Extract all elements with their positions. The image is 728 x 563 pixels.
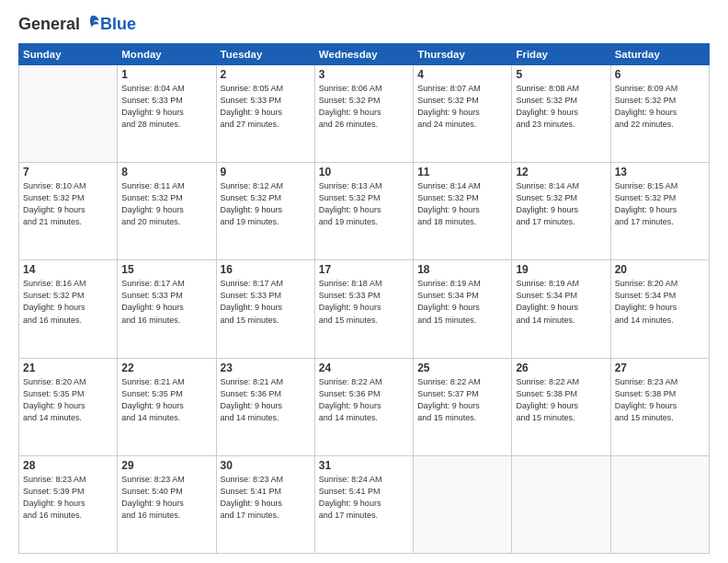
- day-info: Sunrise: 8:19 AM Sunset: 5:34 PM Dayligh…: [516, 278, 606, 326]
- day-info: Sunrise: 8:15 AM Sunset: 5:32 PM Dayligh…: [615, 180, 705, 228]
- calendar-cell: 16Sunrise: 8:17 AM Sunset: 5:33 PM Dayli…: [216, 260, 314, 358]
- day-info: Sunrise: 8:07 AM Sunset: 5:32 PM Dayligh…: [417, 83, 507, 131]
- calendar-cell: 22Sunrise: 8:21 AM Sunset: 5:35 PM Dayli…: [118, 358, 216, 455]
- calendar-cell: 8Sunrise: 8:11 AM Sunset: 5:32 PM Daylig…: [118, 163, 216, 260]
- day-info: Sunrise: 8:19 AM Sunset: 5:34 PM Dayligh…: [417, 278, 507, 326]
- calendar-cell: [610, 455, 709, 553]
- logo: General Blue: [18, 15, 136, 34]
- calendar-week-2: 7Sunrise: 8:10 AM Sunset: 5:32 PM Daylig…: [19, 163, 710, 260]
- day-info: Sunrise: 8:21 AM Sunset: 5:35 PM Dayligh…: [121, 376, 211, 424]
- calendar-cell: 26Sunrise: 8:22 AM Sunset: 5:38 PM Dayli…: [512, 358, 610, 455]
- calendar-cell: 2Sunrise: 8:05 AM Sunset: 5:33 PM Daylig…: [216, 65, 314, 163]
- day-number: 14: [23, 263, 113, 276]
- day-info: Sunrise: 8:16 AM Sunset: 5:32 PM Dayligh…: [23, 278, 113, 326]
- calendar-cell: 24Sunrise: 8:22 AM Sunset: 5:36 PM Dayli…: [314, 358, 413, 455]
- calendar-cell: 25Sunrise: 8:22 AM Sunset: 5:37 PM Dayli…: [414, 358, 512, 455]
- calendar-cell: 20Sunrise: 8:20 AM Sunset: 5:34 PM Dayli…: [610, 260, 709, 358]
- day-info: Sunrise: 8:23 AM Sunset: 5:39 PM Dayligh…: [23, 474, 113, 522]
- day-number: 31: [319, 459, 409, 472]
- day-number: 22: [121, 362, 211, 374]
- day-info: Sunrise: 8:11 AM Sunset: 5:32 PM Dayligh…: [121, 180, 211, 228]
- day-info: Sunrise: 8:14 AM Sunset: 5:32 PM Dayligh…: [417, 180, 507, 228]
- day-number: 23: [221, 362, 311, 374]
- day-info: Sunrise: 8:23 AM Sunset: 5:38 PM Dayligh…: [615, 376, 705, 424]
- day-number: 21: [23, 362, 113, 374]
- calendar-cell: 6Sunrise: 8:09 AM Sunset: 5:32 PM Daylig…: [610, 65, 709, 163]
- weekday-header-friday: Friday: [512, 44, 610, 65]
- day-info: Sunrise: 8:09 AM Sunset: 5:32 PM Dayligh…: [615, 83, 705, 131]
- day-number: 19: [516, 263, 606, 276]
- day-info: Sunrise: 8:04 AM Sunset: 5:33 PM Dayligh…: [121, 83, 211, 131]
- calendar-cell: 14Sunrise: 8:16 AM Sunset: 5:32 PM Dayli…: [19, 260, 118, 358]
- day-number: 24: [319, 362, 409, 374]
- page: General Blue SundayMondayTuesdayWednesda…: [0, 0, 728, 563]
- calendar-cell: 5Sunrise: 8:08 AM Sunset: 5:32 PM Daylig…: [512, 65, 610, 163]
- calendar-week-3: 14Sunrise: 8:16 AM Sunset: 5:32 PM Dayli…: [19, 260, 710, 358]
- calendar-week-4: 21Sunrise: 8:20 AM Sunset: 5:35 PM Dayli…: [19, 358, 710, 455]
- day-number: 12: [516, 166, 606, 178]
- logo-general-text: General: [18, 15, 80, 34]
- day-number: 28: [23, 459, 113, 472]
- calendar-cell: 3Sunrise: 8:06 AM Sunset: 5:32 PM Daylig…: [314, 65, 413, 163]
- calendar-table: SundayMondayTuesdayWednesdayThursdayFrid…: [18, 43, 710, 554]
- calendar-cell: 10Sunrise: 8:13 AM Sunset: 5:32 PM Dayli…: [314, 163, 413, 260]
- calendar-cell: 13Sunrise: 8:15 AM Sunset: 5:32 PM Dayli…: [610, 163, 709, 260]
- day-info: Sunrise: 8:24 AM Sunset: 5:41 PM Dayligh…: [319, 474, 409, 522]
- calendar-cell: [19, 65, 118, 163]
- day-number: 4: [417, 68, 507, 81]
- day-info: Sunrise: 8:08 AM Sunset: 5:32 PM Dayligh…: [516, 83, 606, 131]
- calendar-cell: 23Sunrise: 8:21 AM Sunset: 5:36 PM Dayli…: [216, 358, 314, 455]
- day-info: Sunrise: 8:14 AM Sunset: 5:32 PM Dayligh…: [516, 180, 606, 228]
- day-info: Sunrise: 8:22 AM Sunset: 5:37 PM Dayligh…: [417, 376, 507, 424]
- calendar-cell: 11Sunrise: 8:14 AM Sunset: 5:32 PM Dayli…: [414, 163, 512, 260]
- weekday-header-sunday: Sunday: [19, 44, 118, 65]
- calendar-cell: 31Sunrise: 8:24 AM Sunset: 5:41 PM Dayli…: [314, 455, 413, 553]
- day-number: 8: [121, 166, 211, 178]
- weekday-header-saturday: Saturday: [610, 44, 709, 65]
- day-number: 17: [319, 263, 409, 276]
- day-info: Sunrise: 8:06 AM Sunset: 5:32 PM Dayligh…: [319, 83, 409, 131]
- day-number: 7: [23, 166, 113, 178]
- day-info: Sunrise: 8:22 AM Sunset: 5:36 PM Dayligh…: [319, 376, 409, 424]
- day-number: 1: [121, 68, 211, 81]
- weekday-header-tuesday: Tuesday: [216, 44, 314, 65]
- day-number: 6: [615, 68, 705, 81]
- day-info: Sunrise: 8:17 AM Sunset: 5:33 PM Dayligh…: [221, 278, 311, 326]
- day-info: Sunrise: 8:23 AM Sunset: 5:40 PM Dayligh…: [121, 474, 211, 522]
- day-info: Sunrise: 8:18 AM Sunset: 5:33 PM Dayligh…: [319, 278, 409, 326]
- day-info: Sunrise: 8:20 AM Sunset: 5:35 PM Dayligh…: [23, 376, 113, 424]
- day-info: Sunrise: 8:05 AM Sunset: 5:33 PM Dayligh…: [221, 83, 311, 131]
- day-info: Sunrise: 8:21 AM Sunset: 5:36 PM Dayligh…: [221, 376, 311, 424]
- day-info: Sunrise: 8:20 AM Sunset: 5:34 PM Dayligh…: [615, 278, 705, 326]
- calendar-cell: 28Sunrise: 8:23 AM Sunset: 5:39 PM Dayli…: [19, 455, 118, 553]
- day-number: 2: [221, 68, 311, 81]
- day-number: 29: [121, 459, 211, 472]
- calendar-cell: 4Sunrise: 8:07 AM Sunset: 5:32 PM Daylig…: [414, 65, 512, 163]
- day-number: 15: [121, 263, 211, 276]
- calendar-cell: 18Sunrise: 8:19 AM Sunset: 5:34 PM Dayli…: [414, 260, 512, 358]
- day-number: 20: [615, 263, 705, 276]
- calendar-cell: 9Sunrise: 8:12 AM Sunset: 5:32 PM Daylig…: [216, 163, 314, 260]
- logo-bird-icon: [82, 14, 100, 32]
- calendar-cell: 21Sunrise: 8:20 AM Sunset: 5:35 PM Dayli…: [19, 358, 118, 455]
- weekday-header-monday: Monday: [118, 44, 216, 65]
- day-number: 9: [221, 166, 311, 178]
- calendar-cell: 17Sunrise: 8:18 AM Sunset: 5:33 PM Dayli…: [314, 260, 413, 358]
- calendar-cell: 27Sunrise: 8:23 AM Sunset: 5:38 PM Dayli…: [610, 358, 709, 455]
- calendar-cell: 19Sunrise: 8:19 AM Sunset: 5:34 PM Dayli…: [512, 260, 610, 358]
- day-number: 25: [417, 362, 507, 374]
- calendar-cell: [512, 455, 610, 553]
- calendar-cell: 7Sunrise: 8:10 AM Sunset: 5:32 PM Daylig…: [19, 163, 118, 260]
- weekday-header-wednesday: Wednesday: [314, 44, 413, 65]
- day-number: 26: [516, 362, 606, 374]
- day-number: 3: [319, 68, 409, 81]
- logo-blue-text: Blue: [100, 15, 136, 34]
- calendar-cell: 30Sunrise: 8:23 AM Sunset: 5:41 PM Dayli…: [216, 455, 314, 553]
- calendar-cell: [414, 455, 512, 553]
- day-number: 10: [319, 166, 409, 178]
- day-info: Sunrise: 8:17 AM Sunset: 5:33 PM Dayligh…: [121, 278, 211, 326]
- day-number: 16: [221, 263, 311, 276]
- calendar-cell: 29Sunrise: 8:23 AM Sunset: 5:40 PM Dayli…: [118, 455, 216, 553]
- day-number: 27: [615, 362, 705, 374]
- calendar-cell: 1Sunrise: 8:04 AM Sunset: 5:33 PM Daylig…: [118, 65, 216, 163]
